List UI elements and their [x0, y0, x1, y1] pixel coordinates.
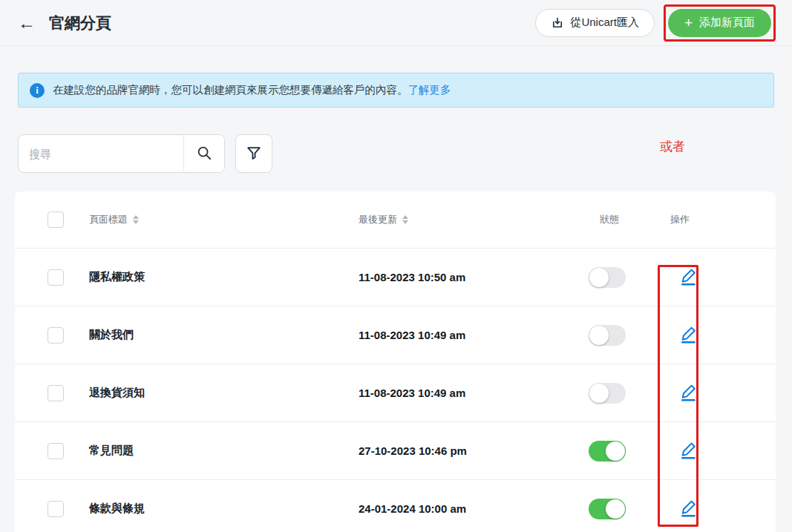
info-banner: i 在建設您的品牌官網時，您可以創建網頁來展示您想要傳遞給客戶的內容。了解更多 [18, 73, 774, 108]
toggle-knob [606, 441, 625, 461]
actions-cell [670, 382, 776, 404]
add-button-label: 添加新頁面 [699, 16, 755, 30]
toggle-knob [589, 326, 609, 345]
sort-icon[interactable] [133, 215, 139, 224]
row-checkbox-cell [48, 501, 89, 517]
magnifier-icon [196, 145, 212, 163]
search-input[interactable] [19, 135, 183, 172]
back-arrow-icon[interactable]: ← [16, 11, 37, 35]
edit-button[interactable] [680, 266, 698, 288]
download-icon [551, 16, 564, 30]
import-from-unicart-button[interactable]: 從Unicart匯入 [535, 9, 655, 37]
sort-up-icon [402, 215, 408, 219]
table-row: 關於我們 11-08-2023 10:49 am [15, 306, 776, 364]
row-checkbox[interactable] [48, 269, 64, 286]
page-title-cell: 退換貨須知 [89, 386, 359, 400]
red-annotation-add-button: + 添加新頁面 [664, 4, 776, 42]
row-checkbox-cell [48, 385, 89, 401]
column-header-title-label: 頁面標題 [89, 213, 128, 226]
table-row: 隱私權政策 11-08-2023 10:50 am [15, 248, 776, 306]
column-header-status-label: 狀態 [600, 213, 619, 226]
column-header-actions-label: 操作 [670, 213, 690, 226]
column-header-actions: 操作 [670, 213, 776, 226]
status-cell [589, 383, 670, 404]
table-row: 常見問題 27-10-2023 10:46 pm [15, 421, 776, 479]
info-banner-text: 在建設您的品牌官網時，您可以創建網頁來展示您想要傳遞給客戶的內容。了解更多 [53, 83, 451, 97]
page-title-cell: 常見問題 [89, 444, 359, 458]
last-updated-cell: 11-08-2023 10:49 am [359, 387, 589, 399]
row-checkbox[interactable] [48, 327, 64, 344]
row-checkbox[interactable] [48, 443, 64, 459]
status-toggle[interactable] [589, 325, 626, 346]
page-title-cell: 條款與條規 [89, 502, 359, 516]
pencil-icon [680, 324, 698, 346]
status-cell [589, 441, 670, 462]
row-checkbox-cell [48, 327, 89, 344]
row-checkbox-cell [48, 269, 89, 286]
or-text: 或者 [660, 138, 685, 155]
sort-down-icon [402, 220, 408, 224]
sort-down-icon [133, 220, 139, 224]
pencil-icon [680, 498, 698, 519]
plus-icon: + [684, 16, 693, 30]
page-title-cell: 隱私權政策 [89, 270, 359, 284]
pages-admin-screen: ← 官網分頁 從Unicart匯入 + 添加新頁面 i 在建設您的品牌官網時，您… [0, 0, 792, 532]
learn-more-link[interactable]: 了解更多 [408, 84, 451, 96]
pencil-icon [680, 440, 698, 462]
table-header-checkbox-cell [48, 211, 89, 228]
table-header-row: 頁面標題 最後更新 狀態 操作 [15, 191, 776, 248]
pages-table-card: 頁面標題 最後更新 狀態 操作 [15, 191, 776, 532]
toggle-knob [606, 499, 625, 519]
app-header: ← 官網分頁 從Unicart匯入 + 添加新頁面 [0, 0, 792, 46]
column-header-updated[interactable]: 最後更新 [359, 213, 589, 226]
select-all-checkbox[interactable] [48, 211, 64, 228]
page-title: 官網分頁 [49, 13, 111, 33]
info-banner-message: 在建設您的品牌官網時，您可以創建網頁來展示您想要傳遞給客戶的內容。 [53, 84, 408, 96]
status-toggle[interactable] [589, 383, 626, 404]
actions-cell [670, 324, 776, 346]
toggle-knob [589, 384, 609, 403]
actions-cell [670, 440, 776, 462]
search-button[interactable] [183, 135, 224, 172]
page-title-cell: 關於我們 [89, 328, 359, 342]
status-toggle[interactable] [589, 441, 626, 462]
last-updated-cell: 27-10-2023 10:46 pm [359, 444, 589, 457]
edit-button[interactable] [680, 440, 698, 462]
actions-cell [670, 498, 776, 519]
table-row: 退換貨須知 11-08-2023 10:49 am [15, 364, 776, 421]
pencil-icon [680, 266, 698, 288]
table-body: 隱私權政策 11-08-2023 10:50 am 關於我們 11-08-202… [15, 248, 776, 532]
add-new-page-button[interactable]: + 添加新頁面 [668, 9, 771, 37]
column-header-updated-label: 最後更新 [359, 213, 397, 226]
last-updated-cell: 11-08-2023 10:49 am [359, 329, 589, 341]
toolbar: 或者 [18, 134, 774, 173]
table-row: 條款與條規 24-01-2024 10:00 am [15, 479, 776, 532]
status-toggle[interactable] [589, 499, 626, 519]
column-header-status: 狀態 [589, 213, 670, 226]
last-updated-cell: 24-01-2024 10:00 am [359, 502, 589, 515]
edit-button[interactable] [680, 324, 698, 346]
actions-cell [670, 266, 776, 288]
edit-button[interactable] [680, 382, 698, 404]
import-button-label: 從Unicart匯入 [570, 16, 639, 30]
info-icon: i [30, 83, 45, 98]
toggle-knob [589, 268, 609, 287]
pencil-icon [680, 382, 698, 404]
row-checkbox[interactable] [48, 385, 64, 401]
last-updated-cell: 11-08-2023 10:50 am [359, 271, 589, 283]
status-toggle[interactable] [589, 267, 626, 288]
row-checkbox-cell [48, 443, 89, 459]
sort-up-icon [133, 215, 139, 219]
status-cell [589, 267, 670, 288]
sort-icon[interactable] [402, 215, 408, 224]
row-checkbox[interactable] [48, 501, 64, 517]
filter-button[interactable] [235, 134, 272, 173]
column-header-title[interactable]: 頁面標題 [89, 213, 359, 226]
funnel-icon [246, 145, 262, 163]
status-cell [589, 325, 670, 346]
edit-button[interactable] [680, 498, 698, 519]
status-cell [589, 499, 670, 519]
search-box [18, 134, 225, 173]
